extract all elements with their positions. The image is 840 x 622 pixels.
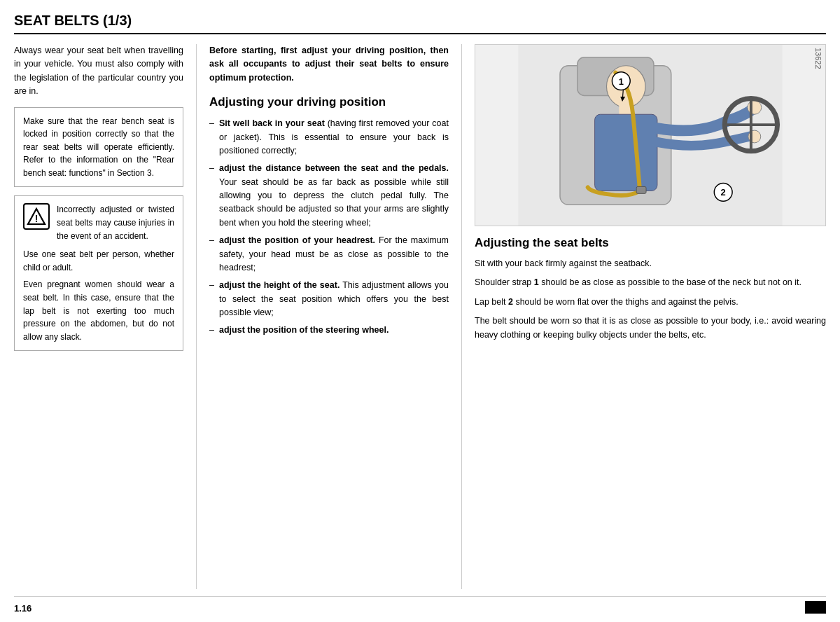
list-item-3-bold: adjust the position of your headrest. (219, 235, 375, 245)
svg-rect-13 (636, 186, 646, 193)
right-p2: Shoulder strap 1 should be as close as p… (475, 276, 826, 289)
list-item-2-rest: Your seat should be as far back as possi… (219, 177, 449, 228)
list-item-4: adjust the height of the seat. This adju… (209, 279, 449, 319)
list-item-1: Sit well back in your seat (having first… (209, 117, 449, 158)
warning-header: ! Incorrectly adjusted or twisted seat b… (23, 203, 174, 242)
mid-section-title: Adjusting your driving position (209, 95, 449, 110)
warning-box: ! Incorrectly adjusted or twisted seat b… (14, 195, 183, 351)
bench-seat-info-text: Make sure that the rear bench seat is lo… (23, 116, 174, 178)
right-section-title: Adjusting the seat belts (475, 236, 826, 250)
list-item-2: adjust the distance between the seat and… (209, 162, 449, 230)
list-item-1-bold: Sit well back in your seat (219, 118, 325, 128)
middle-column: Before starting, first adjust your drivi… (196, 44, 462, 589)
svg-rect-7 (595, 114, 657, 191)
intro-text: Always wear your seat belt when travelli… (14, 44, 183, 99)
page-footer: 1.16 (14, 596, 826, 614)
seat-belt-svg: 1 2 (475, 45, 825, 226)
driving-position-list: Sit well back in your seat (having first… (209, 117, 449, 338)
footer-black-block (805, 601, 826, 614)
list-item-5: adjust the position of the steering whee… (209, 324, 449, 337)
warning-p2: Even pregnant women should wear a seat b… (23, 278, 174, 343)
svg-text:!: ! (35, 213, 38, 224)
right-column: 13622 (462, 44, 826, 589)
triangle-warning-icon: ! (27, 207, 46, 226)
bench-seat-info-box: Make sure that the rear bench seat is lo… (14, 107, 183, 188)
right-p1: Sit with your back firmly against the se… (475, 257, 826, 270)
right-p4: The belt should be worn so that it is as… (475, 315, 826, 342)
svg-text:2: 2 (721, 187, 726, 198)
list-item-4-bold: adjust the height of the seat. (219, 280, 340, 290)
left-column: Always wear your seat belt when travelli… (14, 44, 196, 589)
list-item-3: adjust the position of your headrest. Fo… (209, 234, 449, 275)
illustration-label: 13622 (814, 48, 822, 69)
columns-layout: Always wear your seat belt when travelli… (14, 44, 826, 589)
warning-icon: ! (23, 203, 50, 230)
list-item-2-bold: adjust the distance between the seat and… (219, 163, 449, 173)
bold-intro: Before starting, first adjust your drivi… (209, 44, 449, 85)
page-title: SEAT BELTS (1/3) (14, 13, 826, 34)
warning-text: Incorrectly adjusted or twisted seat bel… (57, 203, 174, 242)
warning-p1: Use one seat belt per person, whether ch… (23, 248, 174, 274)
svg-text:1: 1 (619, 76, 624, 87)
list-item-5-bold: adjust the position of the steering whee… (219, 325, 388, 335)
page-number: 1.16 (14, 603, 31, 614)
page-container: SEAT BELTS (1/3) Always wear your seat b… (0, 0, 840, 622)
right-p3: Lap belt 2 should be worn flat over the … (475, 296, 826, 309)
seat-belt-illustration: 13622 (475, 44, 826, 226)
